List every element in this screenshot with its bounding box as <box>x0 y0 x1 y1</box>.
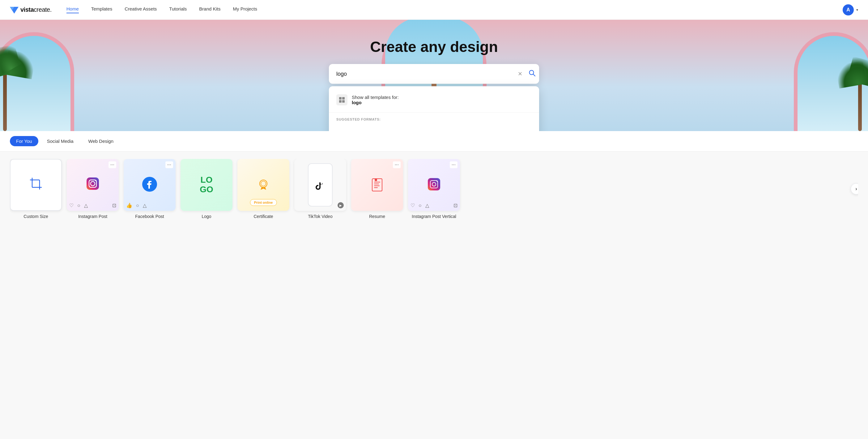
svg-rect-31 <box>374 186 380 186</box>
igv-comment-icon[interactable]: ○ <box>418 203 422 208</box>
show-all-item[interactable]: Show all templates for: logo <box>329 91 539 108</box>
search-submit-button[interactable] <box>529 69 535 78</box>
card-menu-instagram-vertical[interactable]: ··· <box>450 161 458 168</box>
instagram-post-thumb: ··· <box>67 159 119 211</box>
tab-web-design[interactable]: Web Design <box>82 136 120 146</box>
tabs-bar: For You Social Media Web Design <box>0 131 868 152</box>
nav-home[interactable]: Home <box>66 6 79 13</box>
svg-rect-34 <box>428 178 440 190</box>
svg-rect-4 <box>339 97 342 99</box>
show-all-text: Show all templates for: logo <box>352 95 399 105</box>
search-input[interactable] <box>329 64 539 84</box>
search-icon <box>529 69 535 76</box>
template-card-resume[interactable]: ··· Resume <box>351 159 403 219</box>
template-card-logo[interactable]: LOGO Logo <box>181 159 232 219</box>
certificate-thumb: Print online <box>238 159 289 211</box>
nav-my-projects[interactable]: My Projects <box>233 6 257 13</box>
dropdown-logo-item[interactable]: Logo · 500 × 500 px <box>329 125 539 131</box>
search-clear-button[interactable]: ✕ <box>518 70 522 77</box>
nav-tutorials[interactable]: Tutorials <box>169 6 187 13</box>
share-icon[interactable]: △ <box>84 202 88 208</box>
resume-thumb: ··· <box>351 159 403 211</box>
svg-point-37 <box>436 181 438 182</box>
instagram-card-actions: ♡ ○ △ ⊡ <box>69 202 116 208</box>
svg-rect-7 <box>342 100 345 103</box>
resume-label: Resume <box>351 214 403 219</box>
grid-icon <box>339 97 345 103</box>
nav-creative-assets[interactable]: Creative Assets <box>125 6 157 13</box>
show-all-icon <box>336 94 347 105</box>
facebook-icon <box>142 176 158 193</box>
facebook-card-actions: 👍 ○ △ <box>126 202 173 208</box>
play-icon: ▶ <box>338 202 344 208</box>
template-card-instagram-vertical[interactable]: ··· <box>408 159 460 219</box>
nav-brand-kits[interactable]: Brand Kits <box>199 6 220 13</box>
search-container: ✕ <box>329 64 539 84</box>
tab-for-you[interactable]: For You <box>10 136 38 146</box>
instagram-icon <box>85 176 100 194</box>
bookmark-icon[interactable]: ⊡ <box>112 202 116 208</box>
svg-rect-5 <box>342 97 345 99</box>
card-menu-facebook[interactable]: ··· <box>165 161 173 168</box>
logo-thumb: LOGO <box>181 159 232 211</box>
facebook-post-label: Facebook Post <box>124 214 176 219</box>
logo[interactable]: vistacreate. <box>10 6 52 14</box>
nav-links: Home Templates Creative Assets Tutorials… <box>66 6 843 13</box>
svg-rect-16 <box>32 180 39 187</box>
svg-rect-28 <box>372 179 382 191</box>
templates-grid: Custom Size ··· <box>10 159 858 219</box>
template-card-facebook-post[interactable]: ··· 👍 ○ △ Facebook Post <box>124 159 176 219</box>
chevron-down-icon[interactable]: ▾ <box>856 8 858 12</box>
template-card-instagram-post[interactable]: ··· <box>67 159 119 219</box>
comment-icon[interactable]: ○ <box>77 203 81 208</box>
card-menu-instagram[interactable]: ··· <box>108 161 116 168</box>
hero-title: Create any design <box>370 38 498 55</box>
logo-text: vistacreate. <box>21 6 52 13</box>
fb-share-icon[interactable]: △ <box>143 202 147 208</box>
certificate-label: Certificate <box>238 214 289 219</box>
resume-icon <box>370 178 384 192</box>
custom-size-thumb <box>10 159 62 211</box>
facebook-post-thumb: ··· 👍 ○ △ <box>124 159 176 211</box>
template-card-certificate[interactable]: Print online Certificate <box>238 159 289 219</box>
card-menu-resume[interactable]: ··· <box>393 161 401 168</box>
svg-rect-30 <box>374 184 379 184</box>
tiktok-label: TikTok Video <box>294 214 346 219</box>
igv-share-icon[interactable]: △ <box>425 202 429 208</box>
nav-templates[interactable]: Templates <box>91 6 112 13</box>
igv-heart-icon[interactable]: ♡ <box>410 202 415 208</box>
tab-social-media[interactable]: Social Media <box>41 136 80 146</box>
svg-rect-32 <box>374 187 378 188</box>
crop-icon <box>30 178 42 192</box>
instagram-post-label: Instagram Post <box>67 214 119 219</box>
like-icon[interactable]: 👍 <box>126 202 132 208</box>
instagram-vertical-icon <box>427 178 441 192</box>
carousel-next-button[interactable]: › <box>851 183 858 194</box>
svg-point-24 <box>95 180 96 181</box>
avatar-button[interactable]: A <box>843 4 854 15</box>
heart-icon[interactable]: ♡ <box>69 202 73 208</box>
svg-rect-29 <box>374 182 380 182</box>
logo-label: Logo <box>181 214 232 219</box>
tiktok-phone <box>308 163 333 207</box>
igv-bookmark-icon[interactable]: ⊡ <box>454 202 458 208</box>
logo-format-icon <box>336 129 347 131</box>
fb-comment-icon[interactable]: ○ <box>136 203 139 208</box>
svg-point-27 <box>261 181 266 186</box>
template-card-custom-size[interactable]: Custom Size <box>10 159 62 219</box>
logo-letters: LOGO <box>200 175 213 194</box>
tiktok-icon <box>315 180 325 190</box>
custom-size-label: Custom Size <box>10 214 62 219</box>
instagram-vertical-thumb: ··· <box>408 159 460 211</box>
svg-rect-21 <box>87 178 99 190</box>
search-dropdown: Show all templates for: logo SUGGESTED F… <box>329 86 539 131</box>
dropdown-divider <box>329 112 539 113</box>
svg-point-33 <box>375 179 377 181</box>
print-online-badge: Print online <box>250 199 277 206</box>
hero-section: Create any design ✕ <box>0 20 868 131</box>
logo-icon <box>10 6 19 14</box>
tiktok-thumb: ▶ <box>294 159 346 211</box>
templates-section: Custom Size ··· <box>0 152 868 226</box>
template-card-tiktok[interactable]: ▶ TikTok Video <box>294 159 346 219</box>
instagram-vertical-card-actions: ♡ ○ △ ⊡ <box>410 202 458 208</box>
